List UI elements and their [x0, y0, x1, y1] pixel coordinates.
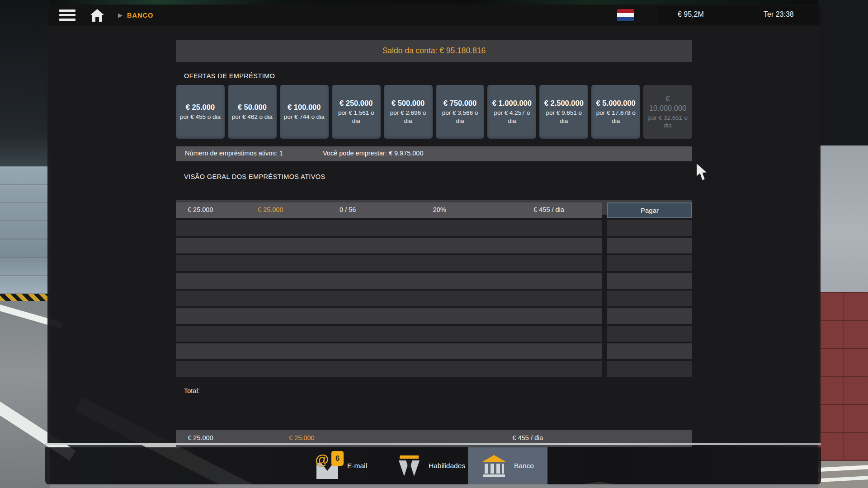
loan-offer-card[interactable]: € 750.000 por € 3.566 o dia	[436, 85, 485, 139]
loan-offer-card[interactable]: € 5.000.000 por € 17.678 o dia	[591, 85, 640, 139]
dock-label-bank: Banco	[514, 462, 534, 470]
offer-rate: por € 2.696 o dia	[387, 109, 429, 125]
dock-label-email: E-mail	[347, 462, 367, 470]
loan-offers-row: € 25.000 por € 455 o dia € 50.000 por € …	[176, 85, 692, 139]
offer-rate: por € 32.651 o dia	[646, 114, 689, 130]
offer-rate: por € 4.257 o dia	[491, 109, 533, 125]
scene-left-road	[0, 301, 50, 488]
total-label: Total:	[176, 387, 692, 394]
empty-loan-row	[176, 343, 692, 359]
loan-offer-card[interactable]: € 1.000.000 por € 4.257 o dia	[487, 85, 536, 139]
pay-button[interactable]: Pagar	[607, 202, 692, 218]
loan-remaining: € 25.000	[258, 206, 283, 213]
empty-loan-row	[176, 273, 692, 289]
loan-row: € 25.000 € 25.000 0 / 56 20% € 455 / dia…	[176, 202, 692, 218]
offer-amount: € 100.000	[288, 103, 321, 112]
netherlands-flag-icon	[617, 9, 634, 21]
email-icon: @ 6	[316, 456, 340, 479]
screen: ▶ BANCO € 95,2M Ter 23:38 Saldo da conta…	[0, 0, 868, 488]
scene-hazard-strip	[0, 294, 50, 301]
scene-ceiling	[0, 0, 50, 167]
dock-item-bank-active[interactable]: Banco	[468, 447, 547, 484]
empty-loan-row	[176, 220, 692, 236]
offer-amount: € 10.000.000	[646, 94, 689, 113]
offer-rate: por € 17.678 o dia	[594, 109, 637, 125]
loan-offer-card[interactable]: € 250.000 por € 1.561 o dia	[332, 85, 381, 139]
scene-bottom-road	[50, 484, 818, 488]
offer-rate: por € 455 o dia	[180, 113, 221, 121]
bank-icon	[481, 454, 507, 478]
offer-rate: por € 744 o dia	[284, 113, 325, 121]
skills-icon	[397, 455, 421, 477]
offer-amount: € 750.000	[443, 99, 476, 108]
menu-icon[interactable]	[59, 9, 75, 21]
empty-loan-row	[176, 308, 692, 324]
loan-status-bar: Número de empréstimos ativos: 1 Você pod…	[176, 146, 692, 161]
dock-separator-line	[45, 443, 821, 445]
loan-offer-card[interactable]: € 500.000 por € 2.696 o dia	[384, 85, 433, 139]
loan-offer-card[interactable]: € 50.000 por € 462 o dia	[228, 85, 277, 139]
dock-item-email[interactable]: @ 6 E-mail	[316, 447, 393, 484]
total-installment: € 455 / dia	[513, 434, 543, 441]
player-money: € 95,2M	[678, 10, 704, 19]
loan-offer-card[interactable]: € 25.000 por € 455 o dia	[176, 85, 225, 139]
active-loans-count: Número de empréstimos ativos: 1	[185, 150, 283, 157]
loan-offer-card-disabled: € 10.000.000 por € 32.651 o dia	[643, 85, 692, 139]
dock-label-skills: Habilidades	[429, 462, 465, 470]
loan-row-values: € 25.000 € 25.000 0 / 56 20% € 455 / dia	[176, 202, 602, 218]
empty-loan-row	[176, 361, 692, 377]
offer-rate: por € 1.561 o dia	[335, 109, 377, 125]
loan-offer-card[interactable]: € 2.500.000 por € 9.651 o dia	[539, 85, 588, 139]
scene-red-brick-wall	[818, 292, 868, 461]
empty-loan-row	[176, 255, 692, 271]
loan-row-action: Pagar	[607, 202, 692, 218]
top-bar: ▶ BANCO € 95,2M Ter 23:38	[47, 5, 821, 26]
account-balance-text: Saldo da conta: € 95.180.816	[382, 46, 486, 56]
empty-loan-row	[176, 326, 692, 342]
offer-rate: por € 462 o dia	[232, 113, 273, 121]
offer-amount: € 250.000	[340, 99, 373, 108]
loan-offer-card[interactable]: € 100.000 por € 744 o dia	[280, 85, 329, 139]
account-balance-bar: Saldo da conta: € 95.180.816	[176, 40, 692, 62]
loan-amount: € 25.000	[188, 206, 213, 213]
bottom-dock: @ 6 E-mail Habilidades Banc	[45, 447, 821, 484]
breadcrumb-chevron-icon: ▶	[118, 12, 123, 19]
loan-duration: 0 / 56	[340, 206, 356, 213]
offer-amount: € 500.000	[392, 99, 425, 108]
scene-garage-door	[0, 166, 50, 294]
total-remaining: € 25.000	[289, 434, 314, 441]
game-time: Ter 23:38	[764, 10, 794, 19]
email-unread-badge: 6	[331, 451, 344, 466]
bank-panel: Saldo da conta: € 95.180.816 OFERTAS DE …	[47, 26, 821, 443]
offer-rate: por € 3.566 o dia	[439, 109, 481, 125]
scene-right-gray-wall	[818, 145, 868, 292]
empty-loan-row	[176, 291, 692, 306]
offer-amount: € 50.000	[238, 103, 267, 112]
active-loans-title: VISÃO GERAL DOS EMPRÉSTIMOS ATIVOS	[176, 173, 692, 180]
offer-rate: por € 9.651 o dia	[542, 109, 585, 125]
borrow-limit: Você pode emprestar: € 9.975.000	[323, 150, 424, 157]
breadcrumb[interactable]: BANCO	[127, 12, 153, 19]
empty-loan-row	[176, 238, 692, 253]
loan-offers-title: OFERTAS DE EMPRÉSTIMO	[176, 72, 692, 80]
total-loan: € 25.000	[188, 434, 213, 441]
offer-amount: € 25.000	[186, 103, 215, 112]
scene-right-road	[818, 461, 868, 488]
at-symbol-icon: @	[315, 452, 329, 468]
offer-amount: € 2.500.000	[544, 99, 584, 108]
offer-amount: € 1.000.000	[492, 99, 532, 108]
loans-table-body: € 25.000 € 25.000 0 / 56 20% € 455 / dia…	[176, 202, 692, 377]
hud-money-time-box: € 95,2M Ter 23:38	[658, 6, 819, 24]
loan-interest: 20%	[433, 206, 446, 213]
offer-amount: € 5.000.000	[596, 99, 636, 108]
loan-installment: € 455 / dia	[533, 206, 564, 213]
home-icon[interactable]	[90, 9, 104, 22]
mouse-cursor	[695, 162, 709, 183]
